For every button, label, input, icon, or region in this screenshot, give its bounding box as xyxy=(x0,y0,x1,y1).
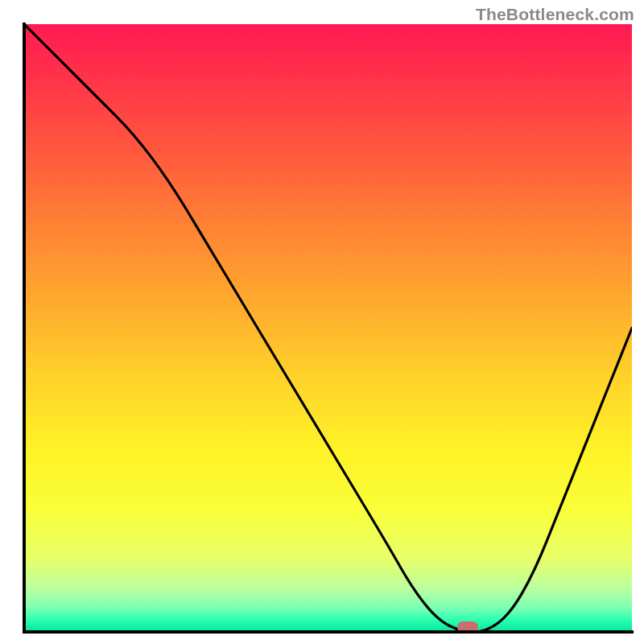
y-axis xyxy=(23,23,26,634)
bottleneck-curve xyxy=(24,24,632,632)
x-axis xyxy=(23,630,634,634)
watermark-text: TheBottleneck.com xyxy=(476,5,634,24)
chart-container: TheBottleneck.com xyxy=(0,0,644,644)
